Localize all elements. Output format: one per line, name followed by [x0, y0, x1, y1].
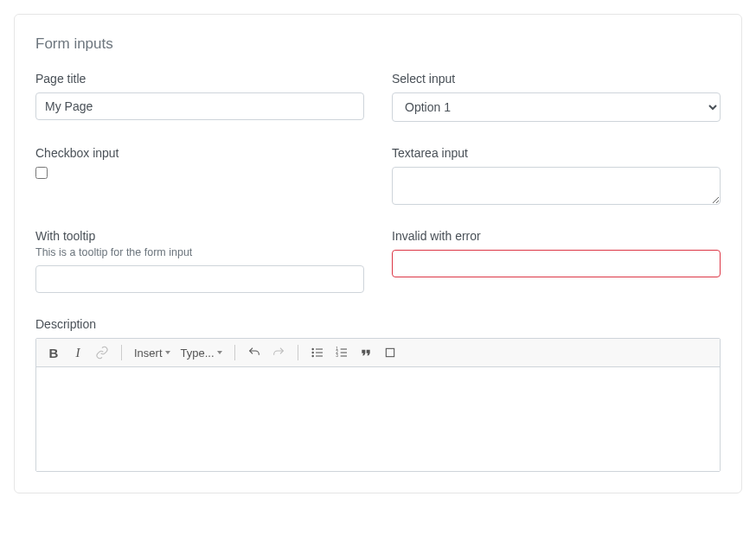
link-button[interactable] — [92, 342, 112, 363]
redo-icon — [272, 346, 285, 360]
field-description: Description B I Insert Type... — [35, 317, 721, 472]
page-title-label: Page title — [35, 72, 364, 86]
insert-label: Insert — [134, 347, 163, 360]
toolbar-separator — [121, 345, 122, 360]
link-icon — [95, 346, 109, 360]
textarea-input-label: Textarea input — [392, 146, 721, 160]
field-textarea-input: Textarea input — [392, 146, 721, 205]
italic-button[interactable]: I — [67, 342, 88, 363]
field-with-tooltip: With tooltip This is a tooltip for the f… — [35, 229, 364, 293]
editor-toolbar: B I Insert Type... — [36, 339, 720, 367]
unordered-list-button[interactable] — [307, 342, 328, 363]
ordered-list-icon: 123 — [335, 346, 349, 360]
select-input-label: Select input — [392, 72, 721, 86]
redo-button[interactable] — [268, 342, 289, 363]
checkbox-input-label: Checkbox input — [35, 146, 364, 160]
insert-dropdown[interactable]: Insert — [131, 342, 174, 363]
description-label: Description — [35, 317, 721, 331]
invalid-input-label: Invalid with error — [392, 229, 721, 243]
ordered-list-button[interactable]: 123 — [331, 342, 352, 363]
field-page-title: Page title — [35, 72, 364, 122]
form-card: Form inputs Page title Select input Opti… — [14, 14, 742, 493]
type-label: Type... — [181, 347, 215, 360]
quote-icon — [359, 346, 373, 360]
with-tooltip-input[interactable] — [35, 265, 364, 293]
caret-down-icon — [165, 351, 170, 354]
rich-editor: B I Insert Type... — [35, 338, 721, 472]
page-title-input[interactable] — [35, 92, 364, 120]
undo-button[interactable] — [244, 342, 265, 363]
svg-point-5 — [312, 355, 313, 356]
select-input[interactable]: Option 1 — [392, 92, 721, 122]
with-tooltip-label: With tooltip — [35, 229, 364, 243]
svg-text:3: 3 — [336, 353, 338, 358]
field-select-input: Select input Option 1 — [392, 72, 721, 122]
toolbar-separator — [298, 345, 298, 360]
caret-down-icon — [217, 351, 222, 354]
field-invalid-input: Invalid with error — [392, 229, 721, 293]
checkbox-input[interactable] — [35, 167, 48, 179]
form-grid: Page title Select input Option 1 Checkbo… — [35, 72, 721, 472]
textarea-input[interactable] — [392, 167, 721, 205]
svg-rect-12 — [386, 348, 394, 356]
blockquote-button[interactable] — [356, 342, 376, 363]
fullscreen-icon — [383, 346, 397, 360]
type-dropdown[interactable]: Type... — [177, 342, 226, 363]
svg-point-3 — [312, 348, 313, 349]
bold-button[interactable]: B — [43, 342, 64, 363]
fullscreen-button[interactable] — [380, 342, 400, 363]
svg-point-4 — [312, 352, 313, 353]
toolbar-separator — [234, 345, 235, 360]
with-tooltip-help: This is a tooltip for the form input — [35, 246, 364, 258]
undo-icon — [247, 346, 261, 360]
unordered-list-icon — [311, 346, 324, 360]
invalid-input[interactable] — [392, 250, 721, 277]
editor-body[interactable] — [36, 367, 720, 471]
field-checkbox-input: Checkbox input — [35, 146, 364, 205]
section-title: Form inputs — [35, 35, 721, 53]
